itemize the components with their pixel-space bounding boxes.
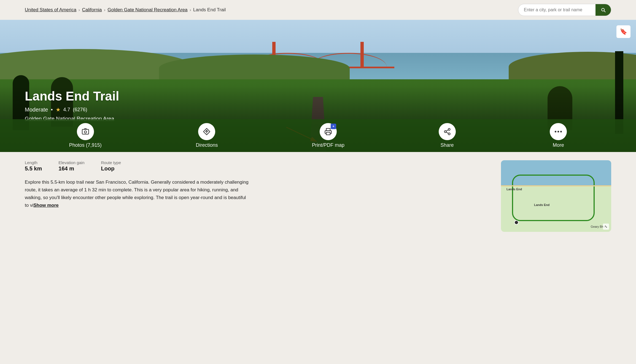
share-icon [439,123,456,140]
rating-value: 4.7 [63,107,70,113]
search-bar [518,4,611,16]
breadcrumb-sep-1: › [79,8,80,12]
hero-section: Lands End Trail Moderate • ★ 4.7 (6276) … [0,20,636,152]
route-label: Route type [101,160,121,165]
print-badge: + [331,124,336,129]
breadcrumb: United States of America › California › … [25,7,226,13]
map-preview[interactable]: Lands End Lands End Geary Blvd ⤡ [501,160,611,232]
search-button[interactable] [595,4,611,16]
stat-route: Route type Loop [101,160,121,172]
length-label: Length [25,160,42,165]
svg-point-12 [557,131,559,132]
svg-point-11 [555,131,556,132]
print-pdf-button[interactable]: + Print/PDF map [312,123,344,148]
rating-star: ★ [56,106,61,113]
more-icon [550,123,567,140]
more-label: More [553,142,564,148]
map-trail [512,175,595,221]
svg-line-9 [446,132,448,134]
route-value: Loop [101,165,121,172]
breadcrumb-trail: Lands End Trail [193,7,226,13]
share-label: Share [441,142,454,148]
show-more-button[interactable]: Show more [33,203,59,208]
elevation-label: Elevation gain [58,160,84,165]
map-background: Lands End Lands End Geary Blvd ⤡ [501,160,611,232]
directions-button[interactable]: Directions [196,123,218,148]
directions-label: Directions [196,142,218,148]
difficulty-label: Moderate [25,107,48,113]
svg-point-13 [560,131,562,132]
photos-button[interactable]: Photos (7,915) [69,123,102,148]
stats-row: Length 5.5 km Elevation gain 164 m Route… [25,160,490,172]
breadcrumb-california[interactable]: California [82,7,102,13]
stat-length: Length 5.5 km [25,160,42,172]
hero-content: Lands End Trail Moderate • ★ 4.7 (6276) … [25,89,119,122]
stat-elevation: Elevation gain 164 m [58,160,84,172]
hero-meta: Moderate • ★ 4.7 (6276) [25,106,119,113]
bookmark-button[interactable]: 🔖 [616,25,630,38]
breadcrumb-usa[interactable]: United States of America [25,7,76,13]
photos-label: Photos (7,915) [69,142,102,148]
directions-icon [198,123,215,140]
length-value: 5.5 km [25,165,42,172]
search-icon [600,7,606,13]
svg-line-10 [446,130,448,131]
search-input[interactable] [518,4,595,15]
share-button[interactable]: Share [439,123,456,148]
breadcrumb-park[interactable]: Golden Gate National Recreation Area [107,7,187,13]
map-resize-button[interactable]: ⤡ [603,224,609,230]
svg-rect-2 [82,129,88,134]
photos-icon [77,123,94,140]
breadcrumb-sep-3: › [190,8,191,12]
breadcrumb-sep-2: › [104,8,106,12]
map-label-lands-end-north: Lands End [506,188,522,191]
elevation-value: 164 m [58,165,84,172]
trail-title: Lands End Trail [25,89,119,104]
bookmark-icon: 🔖 [620,28,627,35]
map-pin [514,220,519,225]
more-button[interactable]: More [550,123,567,148]
separator-dot: • [51,107,53,113]
print-label: Print/PDF map [312,142,344,148]
rating-count: (6276) [73,107,87,113]
top-bar: United States of America › California › … [0,0,636,20]
info-section: Length 5.5 km Elevation gain 164 m Route… [0,152,636,232]
trail-description: Explore this 5.5-km loop trail near San … [25,178,251,209]
print-icon: + [320,123,337,140]
map-label-lands-end: Lands End [534,203,549,207]
svg-rect-5 [326,132,330,135]
trail-details: Length 5.5 km Elevation gain 164 m Route… [25,152,490,232]
actions-bar: Photos (7,915) Directions + Pr [0,119,636,152]
map-road [501,185,611,186]
svg-point-3 [84,131,87,133]
